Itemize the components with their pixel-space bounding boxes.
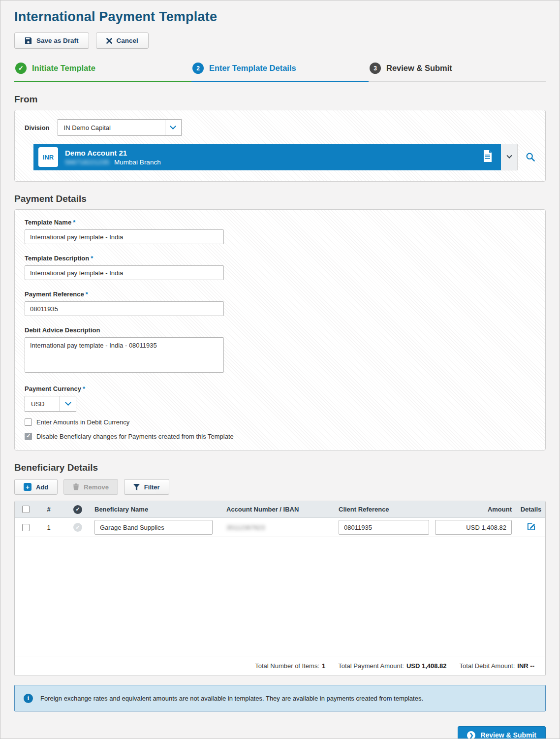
- step-number-badge: 2: [192, 63, 204, 74]
- account-statement-icon[interactable]: [482, 150, 493, 164]
- toolbar: Save as Draft Cancel: [14, 32, 546, 49]
- save-icon: [25, 37, 32, 44]
- beneficiary-table: # ✓ Beneficiary Name Account Number / IB…: [14, 501, 546, 676]
- footer-actions: ❯ Review & Submit: [14, 726, 546, 739]
- chevron-down-icon: [506, 153, 512, 159]
- payment-currency-label: Payment Currency*: [25, 385, 535, 392]
- info-banner-text: Foreign exchange rates and equivalent am…: [40, 695, 423, 702]
- debit-advice-textarea[interactable]: International pay template - India - 080…: [25, 337, 224, 373]
- required-asterisk: *: [73, 219, 75, 226]
- filter-funnel-icon: [133, 484, 140, 490]
- column-beneficiary-name: Beneficiary Name: [94, 506, 226, 513]
- checkbox-checked-icon: [25, 433, 32, 440]
- select-all-checkbox[interactable]: [15, 506, 36, 513]
- from-panel: Division IN Demo Capital INR Demo Accoun…: [14, 110, 546, 182]
- step-label: Review & Submit: [386, 64, 452, 73]
- checkbox-label: Enter Amounts in Debit Currency: [36, 418, 129, 426]
- chevron-down-icon: [165, 120, 181, 135]
- row-details-cell: [517, 522, 545, 533]
- account-number-value: 35112367623: [226, 524, 265, 531]
- checkbox-label: Disable Beneficiary changes for Payments…: [36, 433, 234, 440]
- account-name: Demo Account 21: [65, 148, 161, 158]
- beneficiary-toolbar: + Add Remove Filter: [14, 479, 546, 495]
- payment-currency-select[interactable]: USD: [25, 396, 76, 412]
- arrow-right-circle-icon: ❯: [467, 731, 475, 739]
- cancel-label: Cancel: [117, 37, 138, 44]
- enter-amounts-debit-currency-checkbox[interactable]: Enter Amounts in Debit Currency: [25, 418, 535, 426]
- step-review-submit[interactable]: 3 Review & Submit: [369, 60, 546, 82]
- table-row: 1 ✓ 35112367623: [15, 518, 545, 537]
- cancel-button[interactable]: Cancel: [96, 32, 149, 49]
- disable-beneficiary-changes-checkbox[interactable]: Disable Beneficiary changes for Payments…: [25, 433, 535, 440]
- payment-details-heading: Payment Details: [14, 193, 546, 204]
- division-label: Division: [25, 124, 50, 131]
- step-enter-template-details[interactable]: 2 Enter Template Details: [191, 60, 369, 82]
- beneficiary-name-input[interactable]: [94, 520, 213, 535]
- amount-input[interactable]: [435, 520, 512, 535]
- chevron-down-icon: [60, 396, 76, 411]
- save-as-draft-button[interactable]: Save as Draft: [14, 32, 89, 49]
- beneficiary-table-header: # ✓ Beneficiary Name Account Number / IB…: [15, 501, 545, 518]
- save-as-draft-label: Save as Draft: [36, 37, 79, 44]
- total-items: Total Number of Items:1: [255, 662, 325, 670]
- payment-reference-field-group: Payment Reference*: [25, 290, 535, 316]
- template-description-field-group: Template Description*: [25, 255, 535, 280]
- account-branch: Mumbai Branch: [114, 159, 161, 166]
- edit-details-icon[interactable]: [527, 525, 536, 533]
- row-account-number-cell: 35112367623: [226, 524, 339, 531]
- client-reference-input[interactable]: [339, 520, 429, 535]
- page-title: International Payment Template: [14, 9, 546, 25]
- row-amount-cell: [435, 520, 517, 535]
- row-number: 1: [36, 524, 61, 531]
- beneficiary-details-heading: Beneficiary Details: [14, 462, 546, 473]
- add-beneficiary-button[interactable]: + Add: [14, 479, 58, 495]
- step-label: Enter Template Details: [209, 64, 296, 73]
- template-description-label: Template Description*: [25, 255, 535, 262]
- review-submit-button[interactable]: ❯ Review & Submit: [458, 726, 546, 739]
- template-name-field-group: Template Name*: [25, 219, 535, 244]
- account-dropdown-toggle[interactable]: [501, 144, 518, 170]
- selected-account-card[interactable]: INR Demo Account 21 566718221235 Mumbai …: [33, 144, 501, 170]
- close-icon: [106, 38, 112, 44]
- payment-details-panel: Template Name* Template Description* Pay…: [14, 209, 546, 450]
- row-client-reference-cell: [339, 520, 435, 535]
- division-select[interactable]: IN Demo Capital: [58, 119, 182, 136]
- payment-currency-value: USD: [25, 396, 60, 411]
- info-icon: i: [24, 694, 33, 703]
- division-selected-value: IN Demo Capital: [58, 120, 165, 135]
- row-checkbox[interactable]: [15, 524, 36, 531]
- checkbox-unchecked-icon: [25, 418, 32, 426]
- filter-button[interactable]: Filter: [124, 479, 169, 495]
- international-payment-template-page: International Payment Template Save as D…: [0, 0, 560, 739]
- required-asterisk: *: [91, 255, 93, 262]
- total-debit-amount: Total Debit Amount:INR --: [460, 662, 534, 670]
- step-initiate-template[interactable]: ✓ Initiate Template: [14, 60, 191, 82]
- total-payment-amount: Total Payment Amount:USD 1,408.82: [338, 662, 446, 670]
- remove-label: Remove: [84, 483, 109, 491]
- column-amount: Amount: [435, 506, 517, 513]
- row-beneficiary-name-cell: [94, 520, 226, 535]
- column-account-number: Account Number / IBAN: [226, 506, 339, 513]
- add-label: Add: [36, 483, 48, 491]
- payment-reference-input[interactable]: [25, 301, 224, 316]
- column-details: Details: [517, 506, 545, 513]
- template-name-label: Template Name*: [25, 219, 535, 226]
- account-subline: 566718221235 Mumbai Branch: [65, 159, 161, 166]
- from-heading: From: [14, 94, 546, 105]
- remove-beneficiary-button: Remove: [63, 479, 118, 495]
- account-number: 566718221235: [65, 159, 109, 166]
- row-status: ✓: [61, 523, 94, 532]
- step-complete-check-icon: ✓: [15, 63, 27, 74]
- account-currency-badge: INR: [38, 147, 58, 167]
- check-circle-icon: ✓: [73, 505, 82, 514]
- template-name-input[interactable]: [25, 229, 224, 244]
- step-label: Initiate Template: [32, 64, 95, 73]
- trash-icon: [73, 483, 79, 490]
- payment-currency-field-group: Payment Currency* USD: [25, 385, 535, 412]
- required-asterisk: *: [83, 385, 85, 392]
- step-number-badge: 3: [370, 63, 381, 74]
- column-validated-icon: ✓: [61, 505, 94, 514]
- debit-advice-field-group: Debit Advice Description International p…: [25, 326, 535, 375]
- account-search-icon[interactable]: [526, 152, 535, 162]
- template-description-input[interactable]: [25, 265, 224, 280]
